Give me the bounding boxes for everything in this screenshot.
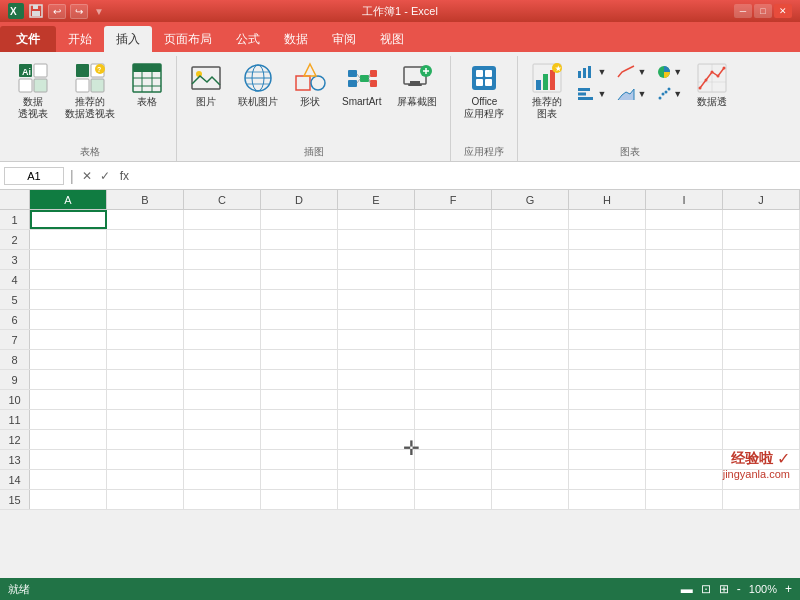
ribbon-content: Ai 数据透视表 ? 推荐的数据透视表 [0,52,800,162]
svg-rect-10 [76,64,89,77]
more-charts-button[interactable]: 数据透 [689,58,735,112]
col-header-E[interactable]: E [338,190,415,209]
picture-icon [190,62,222,94]
cell-I1[interactable] [646,210,723,229]
zoom-out-button[interactable]: - [737,582,741,596]
svg-rect-12 [76,79,89,92]
picture-button[interactable]: 图片 [183,58,229,112]
cell-F1[interactable] [415,210,492,229]
title-bar: X ↩ ↪ ▼ 工作簿1 - Excel ─ □ ✕ [0,0,800,22]
tab-review[interactable]: 审阅 [320,26,368,52]
more-charts-icon [696,62,728,94]
col-header-F[interactable]: F [415,190,492,209]
screenshot-icon [401,62,433,94]
rec-charts-button[interactable]: ★ 推荐的图表 [524,58,570,124]
zoom-in-button[interactable]: + [785,582,792,596]
svg-rect-17 [133,64,161,72]
col-header-row: A B C D E F G H I J [0,190,800,210]
tab-data[interactable]: 数据 [272,26,320,52]
svg-rect-50 [476,79,483,86]
pivot-table-button[interactable]: Ai 数据透视表 [10,58,56,124]
sheet-view-normal[interactable]: ▬ [681,582,693,596]
bar-chart-button[interactable]: ▼ [572,62,611,82]
redo-button[interactable]: ↪ [70,4,88,19]
svg-rect-43 [408,84,422,86]
col-header-H[interactable]: H [569,190,646,209]
svg-rect-3 [32,11,40,16]
svg-point-73 [705,79,708,82]
cell-B1[interactable] [107,210,184,229]
sheet-view-break[interactable]: ⊞ [719,582,729,596]
function-icon[interactable]: fx [120,169,129,183]
area-chart-button[interactable]: ▼ [612,84,651,104]
tab-pagelayout[interactable]: 页面布局 [152,26,224,52]
svg-point-72 [699,87,702,90]
col-header-D[interactable]: D [261,190,338,209]
tab-formula[interactable]: 公式 [224,26,272,52]
close-button[interactable]: ✕ [774,4,792,18]
smartart-button[interactable]: SmartArt [335,58,388,112]
hbar-chart-button[interactable]: ▼ [572,84,611,104]
cell-C1[interactable] [184,210,261,229]
screenshot-button[interactable]: 屏幕截图 [390,58,444,112]
svg-point-67 [665,91,668,94]
cell-G1[interactable] [492,210,569,229]
ribbon-group-charts: ★ 推荐的图表 ▼ [518,56,741,161]
col-header-A[interactable]: A [30,190,107,209]
table-row: 1 [0,210,800,230]
formula-input[interactable] [133,167,796,185]
cell-ref-input[interactable] [4,167,64,185]
tab-home[interactable]: 开始 [56,26,104,52]
svg-line-39 [369,74,370,78]
cell-E1[interactable] [338,210,415,229]
shapes-button[interactable]: 形状 [287,58,333,112]
spreadsheet: A B C D E F G H I J 1 2 3 4 5 [0,190,800,510]
cancel-input-button[interactable]: ✕ [80,169,94,183]
status-bar: 就绪 ▬ ⊡ ⊞ - 100% + [0,578,800,600]
pie-chart-icon [657,65,671,79]
rec-pivot-icon: ? [74,62,106,94]
zoom-level: 100% [749,583,777,595]
cell-D1[interactable] [261,210,338,229]
col-header-G[interactable]: G [492,190,569,209]
table-row: 10 [0,390,800,410]
col-header-C[interactable]: C [184,190,261,209]
rec-pivot-button[interactable]: ? 推荐的数据透视表 [58,58,122,124]
ribbon-tabs: 文件 开始 插入 页面布局 公式 数据 审阅 视图 [0,22,800,52]
svg-text:X: X [10,6,17,17]
line-chart-button[interactable]: ▼ [612,62,651,82]
status-text: 就绪 [8,582,30,597]
tab-file[interactable]: 文件 [0,26,56,52]
table-button[interactable]: 表格 [124,58,170,112]
cell-H1[interactable] [569,210,646,229]
maximize-button[interactable]: □ [754,4,772,18]
svg-text:★: ★ [555,65,562,72]
cell-J1[interactable] [723,210,800,229]
table-row: 2 [0,230,800,250]
svg-rect-54 [543,74,548,90]
scatter-chart-button[interactable]: ▼ [652,84,687,104]
pie-chart-button[interactable]: ▼ [652,62,687,82]
col-header-I[interactable]: I [646,190,723,209]
tab-insert[interactable]: 插入 [104,26,152,52]
sheet-view-layout[interactable]: ⊡ [701,582,711,596]
undo-button[interactable]: ↩ [48,4,66,19]
col-header-B[interactable]: B [107,190,184,209]
minimize-button[interactable]: ─ [734,4,752,18]
svg-text:Ai: Ai [22,67,31,77]
online-picture-button[interactable]: 联机图片 [231,58,285,112]
confirm-input-button[interactable]: ✓ [98,169,112,183]
table-row: 11 [0,410,800,430]
svg-rect-35 [370,70,377,77]
col-header-J[interactable]: J [723,190,800,209]
cell-A1[interactable] [30,210,107,229]
table-row: 4 [0,270,800,290]
office-apps-button[interactable]: Office应用程序 [457,58,511,124]
svg-rect-64 [578,97,593,100]
svg-line-40 [369,79,370,83]
tab-view[interactable]: 视图 [368,26,416,52]
table-row: 12 [0,430,800,450]
save-icon[interactable] [28,3,44,19]
svg-rect-22 [192,67,220,89]
svg-marker-31 [304,64,316,76]
